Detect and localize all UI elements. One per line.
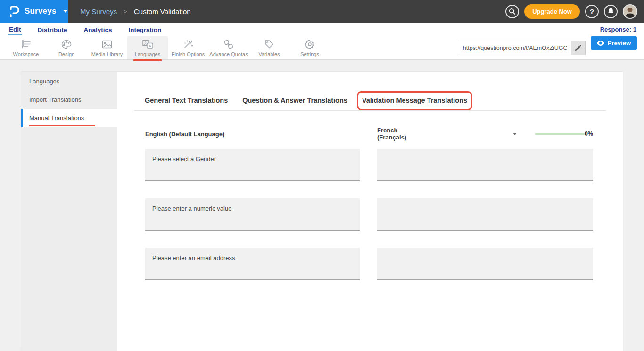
toolbar-item-advance-quotas[interactable]: Advance Quotas [208, 36, 249, 59]
header-actions: Upgrade Now ? [505, 4, 637, 19]
languages-sidebar: Languages Import Translations Manual Tra… [21, 72, 117, 351]
breadcrumb-my-surveys[interactable]: My Surveys [80, 8, 117, 16]
variables-tag-icon [264, 39, 274, 49]
media-library-icon [102, 39, 112, 49]
tab-integration[interactable]: Integration [128, 24, 163, 35]
english-validation-message-1: Please select a Gender [145, 149, 360, 181]
questionpro-logo-icon [8, 5, 20, 18]
toolbar-item-languages[interactable]: 文 A Languages [127, 36, 168, 59]
edit-url-button[interactable] [571, 41, 586, 55]
notifications-button[interactable] [604, 5, 618, 18]
red-annotation-underline-languages [133, 59, 162, 61]
finish-options-wand-icon [183, 39, 193, 49]
help-button[interactable]: ? [585, 5, 599, 18]
tab-general-text-translations[interactable]: General Text Translations [145, 97, 228, 110]
sidebar-item-manual-translations[interactable]: Manual Translations [21, 109, 117, 127]
language-columns-header: English (Default Language) French (Franç… [145, 127, 606, 141]
pencil-icon [575, 45, 581, 51]
toolbar-item-settings[interactable]: Settings [289, 36, 330, 59]
edit-toolbar: Workspace Design Media Library 文 [0, 36, 644, 60]
question-mark-icon: ? [590, 8, 594, 16]
tab-question-answer-translations[interactable]: Question & Answer Translations [242, 97, 347, 110]
translation-row: Please select a Gender [145, 149, 606, 181]
search-icon [509, 8, 516, 15]
page-background: Languages Import Translations Manual Tra… [0, 60, 644, 351]
target-language-select[interactable]: French (Français) [377, 127, 517, 141]
translation-row: Please enter an email address [145, 248, 606, 280]
red-annotation-underline-manual-translations [29, 125, 95, 127]
english-validation-message-2: Please enter a numeric value [145, 198, 360, 231]
svg-text:文: 文 [144, 41, 148, 45]
bell-icon [607, 8, 614, 15]
breadcrumb-separator: > [124, 8, 127, 15]
sidebar-item-languages[interactable]: Languages [21, 72, 117, 90]
source-language-label: English (Default Language) [145, 131, 224, 138]
product-name: Surveys [25, 7, 57, 16]
french-translation-input-3[interactable] [377, 248, 593, 280]
languages-panel: Languages Import Translations Manual Tra… [21, 72, 623, 351]
preview-button[interactable]: Preview [591, 36, 637, 50]
eye-icon [597, 41, 604, 46]
surveys-product-menu[interactable]: Surveys [0, 0, 68, 23]
toolbar-item-design[interactable]: Design [46, 36, 87, 59]
chevron-down-icon [513, 133, 517, 135]
breadcrumb-bar: My Surveys > Custom Validation Upgrade N… [68, 0, 644, 23]
toolbar-item-finish-options[interactable]: Finish Options [168, 36, 208, 59]
toolbar-item-media-library[interactable]: Media Library [87, 36, 127, 59]
settings-gear-icon [305, 39, 315, 49]
svg-text:A: A [149, 43, 151, 48]
manual-translations-main: General Text Translations Question & Ans… [117, 72, 623, 351]
upgrade-now-button[interactable]: Upgrade Now [524, 4, 580, 19]
breadcrumb-survey-title: Custom Validation [134, 8, 191, 16]
tab-edit[interactable]: Edit [8, 24, 22, 35]
translation-progress-percent: 0% [585, 131, 593, 137]
english-validation-message-3: Please enter an email address [145, 248, 360, 280]
translation-row: Please enter a numeric value [145, 198, 606, 231]
translation-progress-bar [535, 133, 585, 135]
toolbar-item-variables[interactable]: Variables [249, 36, 289, 59]
translation-rows: Please select a Gender Please enter a nu… [145, 149, 606, 280]
app-header: Surveys My Surveys > Custom Validation U… [0, 0, 644, 23]
tabs-divider [134, 110, 606, 111]
survey-section-nav: Edit Distribute Analytics Integration Re… [0, 23, 644, 36]
tab-validation-message-translations[interactable]: Validation Message Translations [362, 97, 467, 110]
advance-quotas-link-icon [223, 39, 234, 49]
survey-url-group [459, 41, 586, 55]
survey-url-input[interactable] [459, 41, 571, 55]
chevron-down-icon [63, 10, 68, 13]
workspace-icon [20, 39, 32, 49]
sidebar-item-import-translations[interactable]: Import Translations [21, 90, 117, 109]
french-translation-input-2[interactable] [377, 198, 593, 231]
design-palette-icon [61, 39, 72, 49]
tab-distribute[interactable]: Distribute [37, 24, 68, 35]
search-button[interactable] [505, 5, 519, 18]
toolbar-item-workspace[interactable]: Workspace [6, 36, 46, 59]
french-translation-input-1[interactable] [377, 149, 593, 181]
languages-icon: 文 A [141, 39, 154, 49]
translation-tabs: General Text Translations Question & Ans… [134, 97, 606, 110]
tab-analytics[interactable]: Analytics [83, 24, 113, 35]
user-avatar[interactable] [623, 4, 637, 19]
response-count[interactable]: Response: 1 [600, 26, 636, 33]
